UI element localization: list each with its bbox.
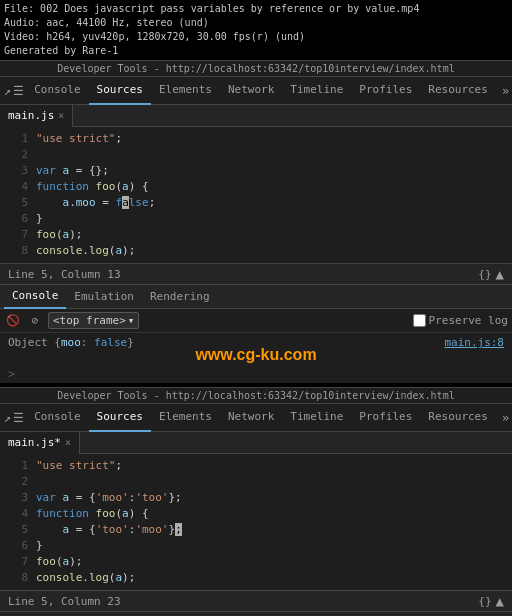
panel1-titlebar: Developer Tools - http://localhost:63342…: [0, 61, 512, 77]
code-line-1-2: 2: [0, 147, 512, 163]
code-line-2-2: 2: [0, 474, 512, 490]
panel2-scroll-icon[interactable]: ▲: [496, 593, 504, 609]
code-line-1-7: 7 foo(a);: [0, 227, 512, 243]
code-line-2-6: 6 }: [0, 538, 512, 554]
panel2-console-section: Console Emulation Rendering 🚫 ⊘ <top fra…: [0, 612, 512, 616]
tab-more-2[interactable]: »: [498, 411, 512, 425]
code-line-2-4: 4 function foo(a) {: [0, 506, 512, 522]
tab-profiles-2[interactable]: Profiles: [351, 404, 420, 432]
mobile-icon[interactable]: ☰: [13, 81, 24, 101]
panel1-status-text: Line 5, Column 13: [8, 268, 121, 281]
video-info-line2: Audio: aac, 44100 Hz, stereo (und): [4, 16, 508, 30]
panel1-filter-btn[interactable]: ⊘: [26, 312, 44, 330]
code-line-1-5: 5 a.moo = false;: [0, 195, 512, 211]
panel2-status-text: Line 5, Column 23: [8, 595, 121, 608]
panel2-inspect-icon[interactable]: ↗: [4, 408, 11, 428]
panel2-file-close[interactable]: ×: [65, 437, 71, 448]
panel1-format-icon[interactable]: {}: [478, 268, 491, 281]
video-info-line4: Generated by Rare-1: [4, 44, 508, 58]
panel1-preserve-log: Preserve log: [413, 314, 508, 327]
tab-network-2[interactable]: Network: [220, 404, 282, 432]
tab-sources-1[interactable]: Sources: [89, 77, 151, 105]
panel2-tab-bar: ↗ ☰ Console Sources Elements Network Tim…: [0, 404, 512, 432]
panel1-file-tabs: main.js ×: [0, 105, 512, 127]
panel2-file-tab-mainjs[interactable]: main.js* ×: [0, 432, 80, 454]
panel1-clear-console-btn[interactable]: 🚫: [4, 312, 22, 330]
panel1-console-tab-console[interactable]: Console: [4, 285, 66, 309]
panel1-preserve-log-checkbox[interactable]: [413, 314, 426, 327]
panel2-file-tabs: main.js* ×: [0, 432, 512, 454]
panel1-status-bar: Line 5, Column 13 {} ▲: [0, 263, 512, 285]
panel1-preserve-log-label: Preserve log: [429, 314, 508, 327]
panel1-console-toolbar: 🚫 ⊘ <top frame> ▾ Preserve log: [0, 309, 512, 333]
panel1-console-section: Console Emulation Rendering 🚫 ⊘ <top fra…: [0, 285, 512, 383]
inspect-icon[interactable]: ↗: [4, 81, 11, 101]
panel1-console-output: Object {moo: false} main.js:8: [0, 333, 512, 365]
video-info-line3: Video: h264, yuv420p, 1280x720, 30.00 fp…: [4, 30, 508, 44]
panel2-format-icon[interactable]: {}: [478, 595, 491, 608]
code-line-1-8: 8 console.log(a);: [0, 243, 512, 259]
panel2-console-tabs: Console Emulation Rendering: [0, 612, 512, 616]
panel1-console-prompt: >: [0, 365, 512, 383]
panel1-file-close[interactable]: ×: [58, 110, 64, 121]
tab-console-1[interactable]: Console: [26, 77, 88, 105]
panel2-titlebar: Developer Tools - http://localhost:63342…: [0, 388, 512, 404]
panel1-frame-selector[interactable]: <top frame> ▾: [48, 312, 139, 329]
panel2-status-bar: Line 5, Column 23 {} ▲: [0, 590, 512, 612]
video-info-bar: File: 002 Does javascript pass variables…: [0, 0, 512, 60]
panel1-frame-text: <top frame>: [53, 314, 126, 327]
panel2-console-tab-emulation[interactable]: Emulation: [66, 612, 142, 617]
tab-network-1[interactable]: Network: [220, 77, 282, 105]
panel1-frame-chevron: ▾: [128, 314, 135, 327]
panel1-scroll-icon[interactable]: ▲: [496, 266, 504, 282]
panel2-console-tab-console[interactable]: Console: [4, 612, 66, 617]
tab-profiles-1[interactable]: Profiles: [351, 77, 420, 105]
panel1-console-tab-rendering[interactable]: Rendering: [142, 285, 218, 309]
panel2-file-name: main.js*: [8, 436, 61, 449]
panel2-code-area: 1 "use strict"; 2 3 var a = {'moo':'too'…: [0, 454, 512, 590]
tab-more-1[interactable]: »: [498, 84, 512, 98]
code-line-2-7: 7 foo(a);: [0, 554, 512, 570]
panel1-console-tabs: Console Emulation Rendering: [0, 285, 512, 309]
code-line-2-1: 1 "use strict";: [0, 458, 512, 474]
tab-console-2[interactable]: Console: [26, 404, 88, 432]
code-line-2-3: 3 var a = {'moo':'too'};: [0, 490, 512, 506]
code-line-2-5: 5 a = {'too':'moo'};: [0, 522, 512, 538]
video-info-line1: File: 002 Does javascript pass variables…: [4, 2, 508, 16]
panel1-prompt-symbol: >: [8, 367, 15, 381]
panel1-file-ref[interactable]: main.js:8: [444, 335, 504, 351]
tab-resources-1[interactable]: Resources: [420, 77, 496, 105]
panel1-console-obj-line: Object {moo: false} main.js:8: [8, 335, 504, 351]
panel1-tab-bar: ↗ ☰ Console Sources Elements Network Tim…: [0, 77, 512, 105]
code-line-1-3: 3 var a = {};: [0, 163, 512, 179]
panel1-code-area: 1 "use strict"; 2 3 var a = {}; 4 functi…: [0, 127, 512, 263]
tab-elements-2[interactable]: Elements: [151, 404, 220, 432]
devtools-panel-1: Developer Tools - http://localhost:63342…: [0, 60, 512, 383]
code-line-1-4: 4 function foo(a) {: [0, 179, 512, 195]
panel1-file-name: main.js: [8, 109, 54, 122]
devtools-panel-2: Developer Tools - http://localhost:63342…: [0, 387, 512, 616]
code-line-1-6: 6 }: [0, 211, 512, 227]
tab-timeline-1[interactable]: Timeline: [282, 77, 351, 105]
tab-timeline-2[interactable]: Timeline: [282, 404, 351, 432]
panel2-mobile-icon[interactable]: ☰: [13, 408, 24, 428]
code-line-2-8: 8 console.log(a);: [0, 570, 512, 586]
panel1-file-tab-mainjs[interactable]: main.js ×: [0, 105, 73, 127]
tab-elements-1[interactable]: Elements: [151, 77, 220, 105]
code-line-1-1: 1 "use strict";: [0, 131, 512, 147]
panel1-console-tab-emulation[interactable]: Emulation: [66, 285, 142, 309]
tab-sources-2[interactable]: Sources: [89, 404, 151, 432]
tab-resources-2[interactable]: Resources: [420, 404, 496, 432]
panel2-console-tab-rendering[interactable]: Rendering: [142, 612, 218, 617]
